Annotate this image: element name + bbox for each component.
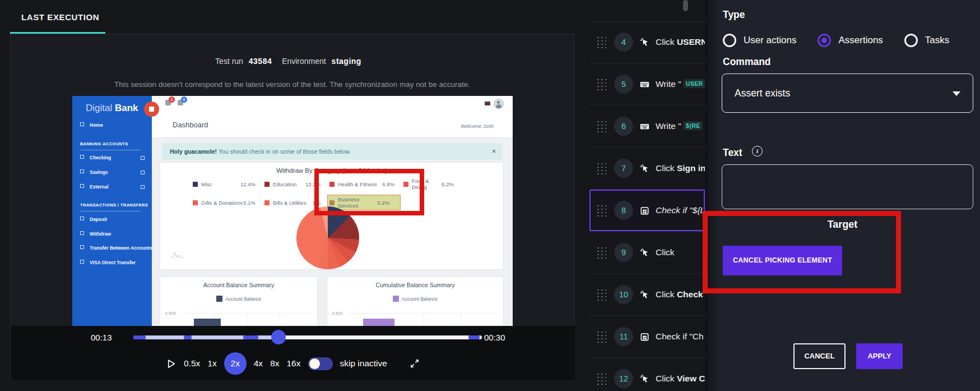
assertion-icon (640, 332, 649, 342)
drag-handle-icon[interactable] (596, 372, 606, 385)
click-icon (640, 248, 649, 257)
drag-handle-icon[interactable] (596, 162, 606, 175)
chevron-down-icon (953, 91, 960, 96)
test-step-row[interactable]: 7 Click Sign in (589, 148, 705, 190)
legend-label: Account Balance (225, 296, 261, 302)
speed-option[interactable]: 4x (254, 358, 263, 369)
divider (80, 211, 141, 211)
execution-card: Test run 43584 Environment staging This … (10, 34, 574, 379)
test-step-row[interactable]: 12 Click View C (589, 358, 705, 391)
axis-tick: 3,500 (332, 311, 343, 316)
speed-option[interactable]: 0.5x (184, 358, 200, 369)
bank-logo: Digital Bank (86, 103, 138, 114)
timeline-slider[interactable] (133, 335, 482, 339)
bank-alert: Holy guacamole! You should check in on s… (162, 143, 503, 160)
step-label: Click USERN (656, 37, 705, 47)
video-frame[interactable]: Digital Bank Home BANKING ACCOUNTS Check… (72, 96, 513, 326)
keyboard-icon (640, 122, 649, 131)
keyboard-icon (640, 80, 649, 89)
legend-value: 6.2% (442, 181, 454, 187)
step-label: Click Sign in (656, 163, 705, 173)
target-highlight-box (703, 211, 901, 293)
radio-icon[interactable] (723, 34, 736, 47)
test-step-row[interactable]: 9 Click (589, 232, 705, 274)
step-number: 8 (614, 201, 633, 220)
divider (80, 150, 141, 150)
tab-last-execution[interactable]: LAST EXECUTION (21, 12, 99, 22)
radio-icon-selected[interactable] (818, 34, 831, 47)
alert-close-icon: × (492, 143, 496, 160)
legend-item: Gifts & Donations5.1% (193, 196, 264, 209)
play-button[interactable] (166, 358, 177, 369)
message-badge: 0 (181, 96, 187, 103)
drag-handle-icon[interactable] (596, 246, 606, 259)
radio-user-actions[interactable]: User actions (723, 34, 796, 47)
drag-handle-icon[interactable] (596, 204, 606, 217)
step-number: 7 (614, 159, 633, 178)
click-icon (640, 164, 649, 173)
legend-swatch (216, 296, 222, 302)
radio-label: User actions (744, 35, 796, 46)
assertion-text-input[interactable] (722, 164, 973, 209)
drag-handle-icon[interactable] (596, 120, 606, 133)
bank-nav-withdraw: Withdraw (80, 231, 111, 238)
message-icon: 0 (178, 100, 183, 105)
test-step-row[interactable]: 4 Click USERN (589, 21, 705, 63)
step-label: Write " ${RE (656, 121, 703, 131)
test-step-row-selected[interactable]: 8 Check if "${L (589, 190, 705, 232)
drag-handle-icon[interactable] (596, 78, 606, 91)
environment-label: Environment (282, 57, 326, 66)
speed-option[interactable]: 16x (287, 358, 301, 369)
test-step-row[interactable]: 6 Write " ${RE (589, 105, 705, 148)
bank-page-title: Dashboard (173, 121, 208, 129)
drag-handle-icon[interactable] (596, 36, 606, 49)
drag-handle-icon[interactable] (596, 330, 606, 343)
text-label: Text (723, 147, 742, 158)
cancel-button[interactable]: CANCEL (793, 343, 846, 369)
test-run-value: 43584 (249, 57, 272, 66)
type-radio-group: User actions Assertions Tasks (723, 32, 949, 49)
timeline-playhead[interactable] (271, 330, 286, 344)
command-select[interactable]: Assert exists (722, 73, 973, 113)
total-time: 00:30 (484, 333, 505, 342)
test-step-row[interactable]: 11 Check if "Ch (589, 316, 705, 358)
test-step-row[interactable]: 5 Write " USER (589, 63, 705, 105)
summary-legend: Account Balance (327, 296, 503, 302)
drag-handle-icon[interactable] (596, 288, 606, 301)
avatar (494, 99, 504, 109)
speed-option[interactable]: 1x (207, 358, 216, 369)
test-step-row[interactable]: 10 Click Check (589, 274, 705, 316)
bank-nav-deposit: Deposit (80, 217, 107, 223)
apply-button[interactable]: APPLY (856, 343, 903, 369)
radio-label: Tasks (925, 35, 949, 46)
legend-swatch (193, 200, 198, 205)
timeline-segment (468, 335, 480, 339)
radio-icon[interactable] (904, 34, 918, 47)
variable-chip: USER (684, 79, 705, 88)
speed-option[interactable]: 8x (270, 358, 279, 369)
step-editor-panel: Type User actions Assertions Tasks Comma… (705, 0, 980, 391)
step-label: Check if "${L (656, 205, 705, 215)
skip-inactive-label: skip inactive (340, 358, 387, 369)
click-icon (640, 374, 649, 384)
skip-inactive-toggle[interactable] (308, 357, 333, 370)
speed-option-active[interactable]: 2x (224, 352, 247, 375)
bank-nav-section: BANKING ACCOUNTS (80, 141, 128, 146)
divider (589, 0, 705, 22)
summary-title: Account Balance Summary (160, 282, 317, 288)
element-highlight-box (314, 169, 424, 215)
radio-assertions[interactable]: Assertions (818, 34, 883, 47)
step-label: Click View C (656, 374, 705, 384)
click-icon (640, 290, 649, 300)
video-player-bar: 00:13 00:30 0.5x 1x 2x 4x 8x 16x skip in… (11, 326, 575, 380)
radio-tasks[interactable]: Tasks (904, 34, 949, 47)
step-number: 12 (614, 369, 633, 388)
legend-label: Education (273, 181, 296, 187)
player-controls: 0.5x 1x 2x 4x 8x 16x skip inactive (11, 351, 575, 376)
fullscreen-icon[interactable] (410, 358, 420, 369)
bank-logo-light: Digital (86, 103, 112, 113)
info-icon[interactable]: i (752, 146, 763, 157)
recording-highlight-dot (144, 102, 159, 117)
legend-swatch (264, 200, 270, 205)
timeline-segment (243, 335, 258, 339)
